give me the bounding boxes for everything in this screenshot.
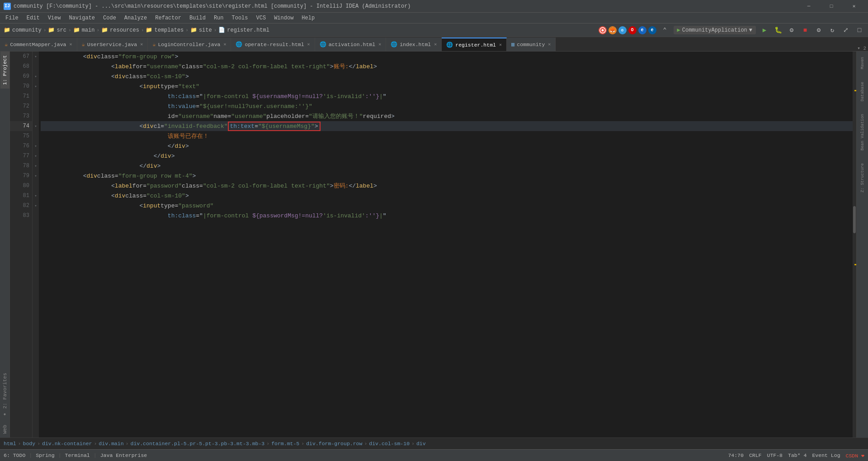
tab-close-community[interactable]: ✕	[548, 42, 551, 47]
nav-resources[interactable]: 📁 resources	[101, 27, 139, 33]
tab-close-login-controller[interactable]: ✕	[223, 42, 226, 47]
navigate-back-button[interactable]: ⌃	[660, 25, 670, 35]
run-with-coverage-button[interactable]: ⚙	[787, 25, 797, 35]
right-panel-database[interactable]: Database	[860, 80, 865, 101]
nav-src[interactable]: 📁 src	[48, 27, 66, 33]
status-terminal[interactable]: Terminal	[65, 452, 90, 458]
right-panel-maven[interactable]: Maven	[860, 55, 865, 69]
tab-comment-mapper[interactable]: ☕ CommentMapper.java ✕	[0, 38, 77, 51]
line-83: 83	[10, 211, 32, 221]
tab-user-service[interactable]: ☕ UserService.java ✕	[77, 38, 148, 51]
chrome-icon[interactable]	[599, 26, 607, 34]
maximize-button[interactable]: □	[821, 0, 842, 13]
status-todo[interactable]: 6: TODO	[4, 452, 25, 458]
bc-container[interactable]: div.container.pl-5.pr-5.pt-3.pb-3.mt-3.m…	[130, 441, 264, 447]
bc-form-group[interactable]: div.form-group.row	[306, 441, 362, 447]
menu-help[interactable]: Help	[298, 14, 318, 22]
fold-79[interactable]: ▾	[33, 171, 39, 181]
scrollbar-thumb[interactable]	[853, 206, 856, 233]
vertical-scrollbar[interactable]	[853, 52, 856, 437]
status-spring[interactable]: Spring	[36, 452, 54, 458]
nav-main[interactable]: 📁 main	[73, 27, 95, 33]
run-config-selector[interactable]: ▶ CommunityApplication ▼	[674, 26, 756, 34]
menu-file[interactable]: File	[2, 14, 22, 22]
indent[interactable]: Tab* 4	[788, 452, 807, 458]
bc-html[interactable]: html	[4, 441, 16, 447]
run-config-dropdown-icon[interactable]: ▼	[749, 27, 752, 33]
tab-close-register[interactable]: ✕	[499, 42, 502, 47]
csdn[interactable]: CSDN ❤	[846, 452, 864, 459]
menu-navigate[interactable]: Navigate	[65, 14, 99, 22]
left-panel-tab-web[interactable]: Web	[0, 421, 9, 437]
right-panel-bean-validation[interactable]: Bean Validation	[860, 112, 865, 151]
menu-code[interactable]: Code	[99, 14, 120, 22]
nav-community[interactable]: 📁 community	[4, 27, 42, 33]
event-log[interactable]: Event Log	[812, 452, 840, 458]
tab-close-comment-mapper[interactable]: ✕	[69, 42, 72, 47]
minimize-button[interactable]: ─	[798, 0, 819, 13]
tab-close-activation[interactable]: ✕	[378, 42, 381, 47]
menu-analyze[interactable]: Analyze	[121, 14, 151, 22]
bc-nk-container[interactable]: div.nk-container	[42, 441, 92, 447]
fold-67[interactable]: ▾	[33, 52, 39, 61]
debug-button[interactable]: 🐛	[773, 25, 783, 35]
tab-activation[interactable]: 🌐 activation.html ✕	[315, 38, 387, 51]
line-73: 73	[10, 111, 32, 121]
tab-register[interactable]: 🌐 register.html ✕	[442, 38, 507, 51]
settings-button[interactable]: ⚙	[814, 25, 824, 35]
encoding[interactable]: UTF-8	[767, 452, 783, 458]
bc-body[interactable]: body	[23, 441, 36, 447]
menu-view[interactable]: View	[44, 14, 65, 22]
nav-site[interactable]: 📁 site	[190, 27, 212, 33]
right-panel-structure[interactable]: Z: Structure	[860, 161, 865, 193]
fold-74[interactable]: ▾	[33, 121, 39, 131]
menu-tools[interactable]: Tools	[228, 14, 252, 22]
status-java-enterprise[interactable]: Java Enterprise	[100, 452, 147, 458]
line-separator[interactable]: CRLF	[749, 452, 762, 458]
opera-icon[interactable]: O	[628, 26, 637, 34]
bc-form[interactable]: form.mt-5	[271, 441, 299, 447]
fold-81[interactable]: ▾	[33, 191, 39, 201]
safari-icon[interactable]: ⊕	[618, 26, 627, 34]
nav-templates[interactable]: 📁 templates	[146, 27, 184, 33]
fold-70[interactable]: ▾	[33, 81, 39, 91]
menu-edit[interactable]: Edit	[23, 14, 43, 22]
fold-82[interactable]: ▾	[33, 201, 39, 211]
firefox-icon[interactable]: 🦊	[609, 26, 617, 34]
tab-community[interactable]: ▦ community ✕	[507, 38, 556, 51]
collapse-button[interactable]: □	[854, 25, 864, 35]
ie-icon[interactable]: e	[638, 26, 646, 34]
close-button[interactable]: ✕	[844, 0, 864, 13]
fold-78[interactable]: ▾	[33, 161, 39, 171]
menu-run[interactable]: Run	[210, 14, 227, 22]
stop-button[interactable]: ■	[800, 25, 810, 35]
bc-div[interactable]: div	[416, 441, 426, 447]
update-button[interactable]: ↻	[827, 25, 837, 35]
tab-close-operate-result[interactable]: ✕	[307, 42, 310, 47]
expand-button[interactable]: ⤢	[841, 25, 851, 35]
fold-69[interactable]: ▾	[33, 71, 39, 81]
nav-register[interactable]: 📄 register.html	[218, 27, 269, 33]
bc-col-sm-10[interactable]: div.col-sm-10	[369, 441, 410, 447]
tab-operate-result[interactable]: 🌐 operate-result.html ✕	[231, 38, 315, 51]
templates-icon: 📁	[146, 27, 152, 33]
left-panel-tab-project[interactable]: 1: Project	[0, 52, 9, 89]
menu-window[interactable]: Window	[270, 14, 297, 22]
tab-index[interactable]: 🌐 index.html ✕	[386, 38, 442, 51]
tab-overflow[interactable]: ▾ 2	[857, 45, 868, 51]
fold-73	[33, 111, 39, 121]
edge-icon[interactable]: e	[648, 26, 656, 34]
fold-76[interactable]: ▾	[33, 141, 39, 151]
menu-vcs[interactable]: VCS	[253, 14, 270, 22]
run-button[interactable]: ▶	[760, 25, 769, 35]
tab-close-index[interactable]: ✕	[434, 42, 437, 47]
menu-refactor[interactable]: Refactor	[151, 14, 185, 22]
bc-main[interactable]: div.main	[99, 441, 123, 447]
tab-close-user-service[interactable]: ✕	[140, 42, 143, 47]
menu-build[interactable]: Build	[186, 14, 209, 22]
left-panel-tab-favorites[interactable]: ★ 2: Favorites	[0, 369, 9, 421]
tab-login-controller[interactable]: ☕ LoginController.java ✕	[148, 38, 231, 51]
code-area[interactable]: <div class="form-group row"> <label for=…	[39, 52, 853, 437]
fold-77[interactable]: ▾	[33, 151, 39, 161]
code-line-82: <input type="password"	[41, 201, 853, 211]
